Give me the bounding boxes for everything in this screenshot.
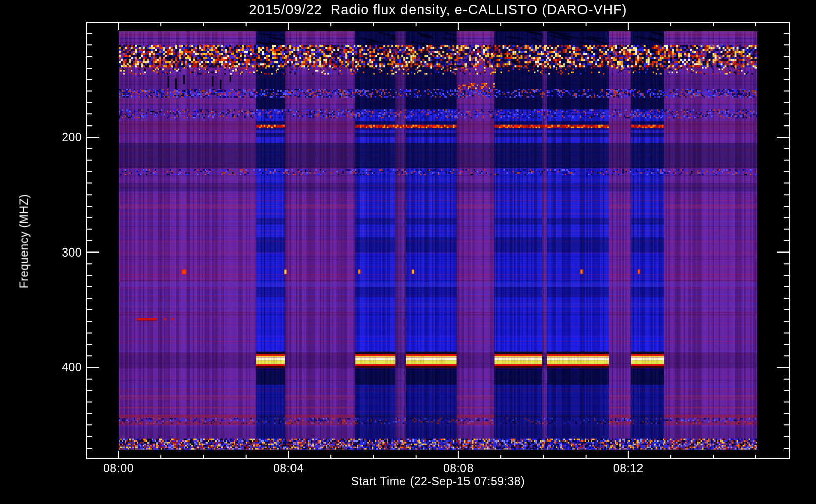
spectrogram-canvas xyxy=(0,0,816,504)
spectrogram-page: 2015/09/22 Radio flux density, e-CALLIST… xyxy=(0,0,816,504)
y-tick-label: 400 xyxy=(26,361,82,374)
y-tick-label: 200 xyxy=(26,131,82,144)
x-axis-label: Start Time (22-Sep-15 07:59:38) xyxy=(86,475,790,488)
chart-title: 2015/09/22 Radio flux density, e-CALLIST… xyxy=(86,2,790,18)
x-tick-label: 08:04 xyxy=(258,462,319,475)
x-tick-label: 08:00 xyxy=(88,462,149,475)
x-tick-label: 08:08 xyxy=(428,462,489,475)
y-tick-label: 300 xyxy=(26,246,82,260)
x-tick-label: 08:12 xyxy=(598,462,659,475)
